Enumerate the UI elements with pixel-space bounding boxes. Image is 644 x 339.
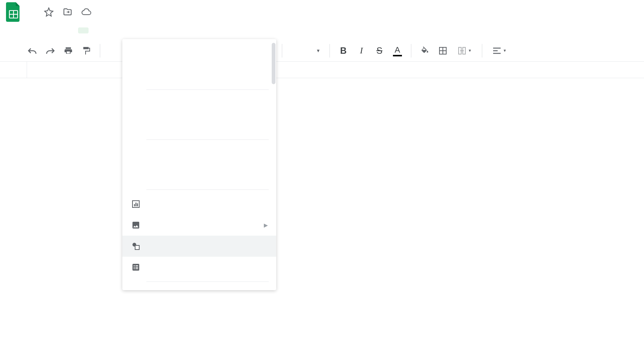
chevron-down-icon: ▼ (316, 48, 320, 53)
svg-rect-19 (135, 267, 138, 268)
menu-format[interactable] (89, 27, 99, 33)
chevron-down-icon: ▼ (468, 48, 472, 53)
menu-tools[interactable] (110, 27, 120, 33)
menu-item-cells-shift-right[interactable] (122, 165, 276, 186)
undo-button[interactable] (26, 44, 39, 58)
toolbar-divider (282, 44, 282, 58)
menu-item-chart[interactable] (122, 194, 276, 215)
redo-button[interactable] (44, 44, 57, 58)
image-icon (131, 220, 141, 230)
sheets-logo[interactable] (5, 1, 23, 23)
svg-rect-20 (134, 268, 135, 269)
paint-format-button[interactable] (80, 44, 93, 58)
form-icon (131, 262, 141, 272)
fx-label (0, 62, 27, 78)
menu-bar (0, 21, 644, 40)
star-icon[interactable] (44, 7, 54, 17)
menu-file[interactable] (47, 27, 57, 33)
menu-item-image[interactable]: ▶ (122, 215, 276, 236)
svg-rect-12 (137, 203, 138, 206)
menu-separator (146, 189, 269, 190)
menu-addons[interactable] (120, 27, 131, 33)
bold-button[interactable]: B (337, 44, 350, 58)
fill-color-button[interactable] (418, 44, 432, 58)
menu-item-row-below[interactable] (122, 65, 276, 86)
menu-separator (146, 139, 269, 140)
toolbar-divider (330, 44, 330, 58)
svg-rect-10 (134, 204, 135, 206)
toolbar-divider (411, 44, 411, 58)
menu-item-cells-shift-down[interactable] (122, 144, 276, 165)
menu-item-form[interactable] (122, 257, 276, 278)
svg-rect-11 (135, 203, 137, 206)
horizontal-align-button[interactable]: ▼ (489, 44, 510, 58)
print-button[interactable] (62, 44, 75, 58)
title-bar (0, 0, 644, 21)
svg-rect-16 (134, 265, 135, 266)
cloud-status-icon[interactable] (81, 7, 92, 17)
borders-button[interactable] (436, 44, 450, 58)
menu-insert[interactable] (78, 27, 89, 33)
menu-item-row-above[interactable] (122, 44, 276, 65)
toolbar-divider (100, 44, 100, 58)
toolbar: ▼ ▼ B I S A ▼ ▼ (0, 40, 644, 62)
svg-rect-21 (135, 268, 138, 269)
svg-rect-14 (135, 245, 139, 250)
dropdown-scrollbar[interactable] (272, 43, 275, 84)
menu-edit[interactable] (57, 27, 68, 33)
menu-help[interactable] (131, 27, 141, 33)
menu-separator (146, 281, 269, 282)
svg-rect-18 (134, 267, 135, 268)
menu-item-column-left[interactable] (122, 94, 276, 115)
font-size-select[interactable]: ▼ (289, 47, 323, 55)
italic-button[interactable]: I (355, 44, 368, 58)
move-icon[interactable] (62, 7, 73, 17)
formula-bar (0, 62, 644, 78)
menu-item-column-right[interactable] (122, 115, 276, 136)
strikethrough-button[interactable]: S (373, 44, 386, 58)
submenu-arrow-icon: ▶ (264, 222, 268, 228)
menu-view[interactable] (68, 27, 78, 33)
svg-rect-17 (135, 265, 138, 266)
menu-data[interactable] (99, 27, 110, 33)
menu-separator (146, 89, 269, 90)
toolbar-divider (482, 44, 482, 58)
chevron-down-icon: ▼ (503, 48, 507, 53)
insert-menu-dropdown: ▶ (122, 39, 276, 290)
chart-icon (131, 199, 141, 209)
zoom-select[interactable] (107, 49, 111, 52)
drawing-icon (131, 241, 141, 251)
menu-item-drawing[interactable] (122, 236, 276, 257)
text-color-button[interactable]: A (391, 44, 404, 58)
document-title[interactable] (29, 11, 35, 14)
merge-cells-button[interactable]: ▼ (454, 44, 475, 58)
